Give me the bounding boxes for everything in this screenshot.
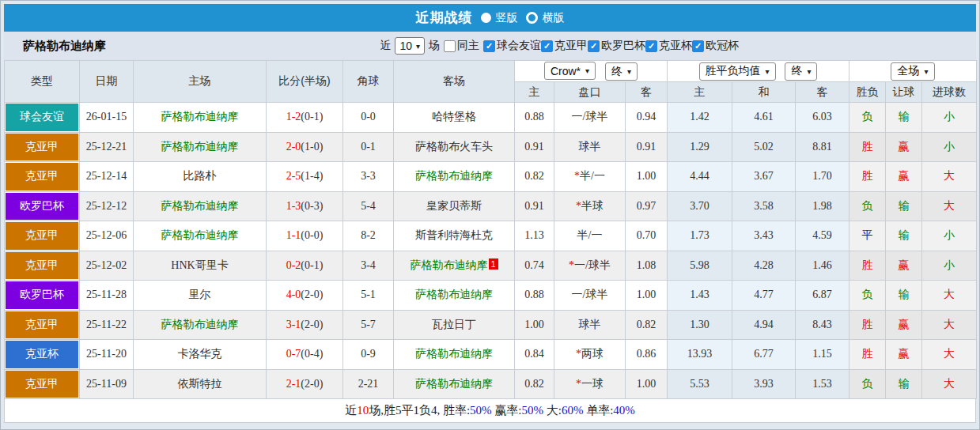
corner-score: 5-1 bbox=[343, 281, 394, 311]
result: 胜 bbox=[849, 132, 886, 162]
goals-result: 小 bbox=[922, 103, 977, 133]
competition-filter[interactable]: ✓欧冠杯 bbox=[692, 39, 739, 53]
away-team: 萨格勒布迪纳摩 bbox=[394, 162, 515, 192]
result: 负 bbox=[849, 191, 886, 221]
corner-score: 0-1 bbox=[343, 132, 394, 162]
checkbox-checked-icon: ✓ bbox=[588, 40, 600, 52]
checkbox-checked-icon: ✓ bbox=[692, 40, 704, 52]
avg-draw: 4.61 bbox=[732, 103, 796, 133]
handicap-result: 赢 bbox=[886, 132, 922, 162]
handicap: *一球 bbox=[554, 369, 626, 399]
match-rows: 球会友谊26-01-15萨格勒布迪纳摩1-2(0-1)0-0哈特堡格0.88一/… bbox=[5, 103, 977, 399]
sub-header-avg-away: 客 bbox=[796, 82, 849, 103]
col-header-corner: 角球 bbox=[343, 61, 394, 103]
type-badge: 克亚甲 bbox=[6, 371, 78, 398]
goals-result: 大 bbox=[922, 191, 977, 221]
competition-filter[interactable]: ✓球会友谊 bbox=[483, 39, 541, 53]
odds-away: 1.00 bbox=[626, 281, 668, 311]
type-badge: 克亚甲 bbox=[6, 252, 78, 280]
home-team: 卡洛华克 bbox=[134, 340, 267, 370]
table-row: 克亚甲25-12-06萨格勒布迪纳摩1-1(0-0)8-2斯普利特海杜克1.13… bbox=[5, 221, 977, 251]
handicap: 球半 bbox=[554, 310, 626, 340]
type-badge-cell: 欧罗巴杯 bbox=[5, 191, 80, 221]
star-icon: * bbox=[574, 170, 580, 182]
same-home-label: 同主 bbox=[457, 39, 479, 53]
type-badge: 克亚甲 bbox=[6, 222, 78, 250]
widget-title: 近期战绩 bbox=[416, 9, 473, 27]
odds-away: 0.70 bbox=[626, 221, 668, 251]
corner-score: 2-21 bbox=[343, 369, 394, 399]
away-team: 萨格勒布火车头 bbox=[394, 132, 515, 162]
odds-home: 0.91 bbox=[515, 132, 554, 162]
type-badge-cell: 克亚甲 bbox=[5, 251, 80, 281]
checkbox-checked-icon: ✓ bbox=[645, 40, 657, 52]
competition-filter[interactable]: ✓克亚杯 bbox=[645, 39, 692, 53]
layout-option-horizontal[interactable]: 横版 bbox=[526, 11, 565, 25]
red-card-badge: 1 bbox=[489, 258, 498, 270]
avg-away: 1.70 bbox=[796, 162, 849, 192]
odds-home: 0.82 bbox=[515, 162, 554, 192]
scope-value: 全场 bbox=[897, 64, 919, 78]
col-header-score: 比分(半场) bbox=[267, 61, 343, 103]
odds-home: 0.88 bbox=[515, 103, 554, 133]
avg-odds-select[interactable]: 胜平负均值 ▾ bbox=[699, 62, 776, 81]
summary-footer: 近10场,胜5平1负4, 胜率:50% 赢率:50% 大:60% 单率:40% bbox=[4, 399, 976, 423]
handicap-result: 输 bbox=[886, 191, 922, 221]
type-badge-cell: 克亚甲 bbox=[5, 310, 80, 340]
match-date: 25-12-06 bbox=[80, 221, 134, 251]
goals-result: 大 bbox=[922, 340, 977, 370]
away-team: 萨格勒布迪纳摩 bbox=[394, 340, 515, 370]
handicap: *一/球半 bbox=[554, 251, 626, 281]
competition-filter[interactable]: ✓欧罗巴杯 bbox=[588, 39, 645, 53]
avg-home: 1.43 bbox=[668, 281, 732, 311]
handicap: *半球 bbox=[554, 191, 626, 221]
type-badge-cell: 球会友谊 bbox=[5, 103, 80, 133]
result: 负 bbox=[849, 103, 886, 133]
competition-filter[interactable]: ✓克亚甲 bbox=[541, 39, 588, 53]
recent-count-select[interactable]: 10 ▾ bbox=[395, 37, 425, 55]
avg-time-value: 终 bbox=[791, 64, 802, 78]
same-home-filter[interactable]: 同主 bbox=[444, 39, 479, 53]
match-date: 25-11-09 bbox=[80, 369, 134, 399]
score: 3-1(2-0) bbox=[267, 310, 343, 340]
result: 负 bbox=[849, 369, 886, 399]
odds-company-select[interactable]: Crow* ▾ bbox=[544, 62, 596, 80]
col-header-type: 类型 bbox=[5, 61, 80, 103]
odds-home: 0.91 bbox=[515, 191, 554, 221]
result: 胜 bbox=[849, 162, 886, 192]
away-team: 萨格勒布迪纳摩 bbox=[394, 281, 515, 311]
match-date: 26-01-15 bbox=[80, 103, 134, 133]
handicap: 一/球半 bbox=[554, 103, 626, 133]
team-name: 萨格勒布迪纳摩 bbox=[4, 39, 106, 54]
score: 4-0(2-0) bbox=[267, 281, 343, 311]
checkbox-checked-icon: ✓ bbox=[483, 40, 495, 52]
avg-time-select[interactable]: 终 ▾ bbox=[785, 62, 817, 81]
type-badge-cell: 克亚甲 bbox=[5, 162, 80, 192]
home-team: 萨格勒布迪纳摩 bbox=[134, 103, 267, 133]
odds-time-select[interactable]: 终 ▾ bbox=[605, 62, 638, 81]
score: 1-3(0-3) bbox=[267, 191, 343, 221]
odds-company-value: Crow* bbox=[551, 65, 581, 77]
avg-away: 1.53 bbox=[796, 369, 849, 399]
scope-select[interactable]: 全场 ▾ bbox=[891, 62, 934, 81]
avg-away: 8.81 bbox=[796, 132, 849, 162]
layout-option-vertical[interactable]: 竖版 bbox=[481, 11, 518, 25]
table-row: 克亚甲25-11-09依斯特拉2-1(2-0)2-21萨格勒布迪纳摩0.82*一… bbox=[5, 369, 977, 399]
odds-home: 0.84 bbox=[515, 340, 554, 370]
avg-away: 8.43 bbox=[796, 310, 849, 340]
avg-odds-value: 胜平负均值 bbox=[706, 64, 761, 78]
handicap: 半/一 bbox=[554, 221, 626, 251]
avg-away: 1.46 bbox=[796, 251, 849, 281]
handicap-result: 赢 bbox=[886, 251, 922, 281]
sub-header-handicap-result: 让球 bbox=[886, 82, 922, 103]
score: 0-7(0-4) bbox=[267, 340, 343, 370]
handicap-result: 赢 bbox=[886, 310, 922, 340]
type-badge-cell: 克亚甲 bbox=[5, 132, 80, 162]
corner-score: 3-3 bbox=[343, 162, 394, 192]
avg-away: 4.59 bbox=[796, 221, 849, 251]
layout-option-label: 竖版 bbox=[496, 11, 518, 25]
goals-result: 小 bbox=[922, 132, 977, 162]
recent-prefix-label: 近 bbox=[380, 39, 391, 53]
goals-result: 大 bbox=[922, 369, 977, 399]
goals-result: 小 bbox=[922, 221, 977, 251]
